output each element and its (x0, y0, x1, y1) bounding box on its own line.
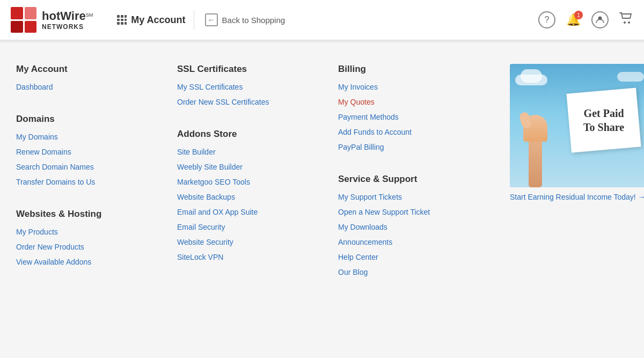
grid-icon (117, 15, 127, 25)
logo[interactable]: hotWireSM NETWORKS (11, 7, 93, 33)
column-2: SSL Certificates My SSL Certificates Ord… (177, 64, 327, 283)
websites-hosting-section: Websites & Hosting My Products Order New… (16, 209, 166, 273)
column-1: My Account Dashboard Domains My Domains … (16, 64, 166, 283)
help-icon[interactable]: ? (538, 11, 555, 28)
my-products-link[interactable]: My Products (16, 228, 166, 236)
addons-section-title: Addons Store (177, 129, 327, 140)
my-downloads-link[interactable]: My Downloads (338, 223, 499, 231)
transfer-domains-link[interactable]: Transfer Domains to Us (16, 178, 166, 186)
ssl-section-title: SSL Certificates (177, 64, 327, 75)
notification-badge: 1 (574, 11, 583, 19)
addons-section: Addons Store Site Builder Weebly Site Bu… (177, 129, 327, 268)
logo-sm: SM (86, 12, 93, 18)
view-available-addons-link[interactable]: View Available Addons (16, 258, 166, 266)
email-ox-suite-link[interactable]: Email and OX App Suite (177, 208, 327, 216)
promo-area: Get PaidTo Share Start Earning Residual … (510, 64, 644, 283)
my-account-button[interactable]: My Account (109, 10, 194, 30)
service-support-title: Service & Support (338, 174, 499, 185)
logo-squares (11, 7, 36, 33)
billing-section: Billing My Invoices My Quotes Payment Me… (338, 64, 499, 158)
renew-domains-link[interactable]: Renew Domains (16, 148, 166, 156)
promo-link[interactable]: Start Earning Residual Income Today! → (510, 193, 644, 201)
main-content: My Account Dashboard Domains My Domains … (0, 42, 644, 358)
my-quotes-link[interactable]: My Quotes (338, 98, 499, 106)
domains-section: Domains My Domains Renew Domains Search … (16, 114, 166, 193)
back-to-shopping-button[interactable]: ← Back to Shopping (205, 13, 286, 26)
search-domain-names-link[interactable]: Search Domain Names (16, 163, 166, 171)
domains-section-title: Domains (16, 114, 166, 125)
logo-sq-4 (25, 21, 37, 33)
logo-text: hotWireSM NETWORKS (42, 9, 93, 31)
our-blog-link[interactable]: Our Blog (338, 268, 499, 276)
open-support-ticket-link[interactable]: Open a New Support Ticket (338, 208, 499, 216)
promo-paper-text: Get PaidTo Share (583, 106, 624, 134)
main-header: hotWireSM NETWORKS My Account ← Back to … (0, 0, 644, 40)
dashboard-link[interactable]: Dashboard (16, 83, 166, 91)
header-right-icons: ? 🔔 1 (538, 11, 633, 28)
website-backups-link[interactable]: Website Backups (177, 193, 327, 201)
email-security-link[interactable]: Email Security (177, 223, 327, 231)
site-builder-link[interactable]: Site Builder (177, 148, 327, 156)
logo-sq-3 (11, 21, 23, 33)
promo-paper: Get PaidTo Share (566, 88, 641, 153)
weebly-site-builder-link[interactable]: Weebly Site Builder (177, 163, 327, 171)
my-domains-link[interactable]: My Domains (16, 133, 166, 141)
svg-point-2 (628, 21, 630, 24)
marketgoo-seo-link[interactable]: Marketgoo SEO Tools (177, 178, 327, 186)
promo-image: Get PaidTo Share (510, 64, 644, 187)
user-account-icon[interactable] (591, 11, 609, 28)
svg-point-1 (624, 21, 626, 24)
help-center-link[interactable]: Help Center (338, 253, 499, 261)
order-new-ssl-link[interactable]: Order New SSL Certificates (177, 98, 327, 106)
notifications-button[interactable]: 🔔 1 (566, 13, 581, 27)
logo-sq-2 (25, 7, 37, 19)
sitelock-vpn-link[interactable]: SiteLock VPN (177, 253, 327, 261)
billing-section-title: Billing (338, 64, 499, 75)
cart-icon[interactable] (619, 12, 633, 27)
my-invoices-link[interactable]: My Invoices (338, 83, 499, 91)
announcements-link[interactable]: Announcements (338, 238, 499, 246)
my-support-tickets-link[interactable]: My Support Tickets (338, 193, 499, 201)
menu-grid: My Account Dashboard Domains My Domains … (16, 64, 628, 283)
service-support-section: Service & Support My Support Tickets Ope… (338, 174, 499, 283)
my-account-label: My Account (131, 14, 185, 26)
my-account-section-title: My Account (16, 64, 166, 75)
back-arrow-icon: ← (205, 13, 218, 26)
payment-methods-link[interactable]: Payment Methods (338, 113, 499, 121)
column-3: Billing My Invoices My Quotes Payment Me… (338, 64, 499, 283)
paypal-billing-link[interactable]: PayPal Billing (338, 143, 499, 151)
logo-networks: NETWORKS (42, 23, 93, 31)
website-security-link[interactable]: Website Security (177, 238, 327, 246)
websites-hosting-title: Websites & Hosting (16, 209, 166, 220)
logo-sq-1 (11, 7, 23, 19)
add-funds-link[interactable]: Add Funds to Account (338, 128, 499, 136)
back-to-shopping-label: Back to Shopping (222, 16, 286, 25)
my-ssl-certificates-link[interactable]: My SSL Certificates (177, 83, 327, 91)
my-account-section: My Account Dashboard (16, 64, 166, 98)
ssl-section: SSL Certificates My SSL Certificates Ord… (177, 64, 327, 113)
order-new-products-link[interactable]: Order New Products (16, 243, 166, 251)
logo-hotwire: hotWire (42, 9, 86, 23)
